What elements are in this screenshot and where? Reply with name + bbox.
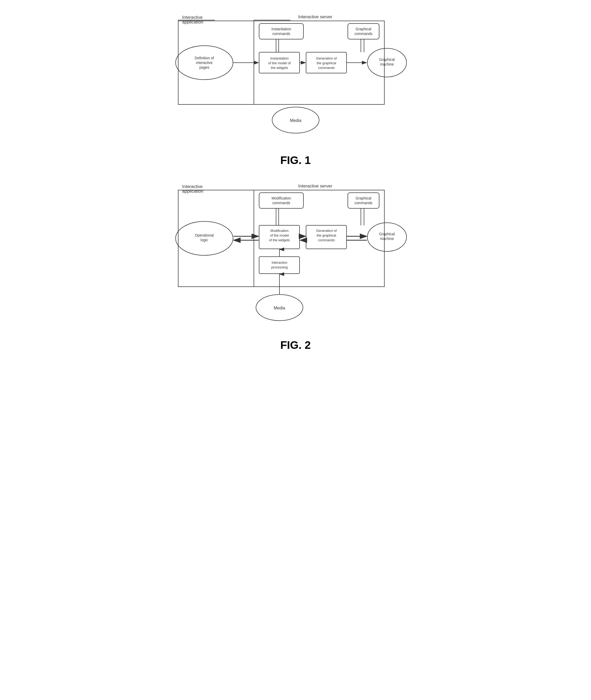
fig1-svg: Interactive application Interactive serv…: [171, 5, 421, 152]
modification-commands-text1: Modification: [271, 196, 291, 200]
fig1-label: FIG. 1: [171, 154, 421, 167]
instantiation-commands-text1: Instantiation: [271, 27, 291, 31]
operational-logic-text1: Operational: [195, 233, 213, 237]
generation-text3-fig1: commands: [318, 66, 335, 70]
interaction-processing-text2: processing: [271, 265, 287, 269]
graphical-commands-box-fig2: [348, 193, 379, 208]
graphical-machine-text1-fig2: Graphical: [379, 232, 395, 236]
definition-text2: interactive: [196, 61, 213, 65]
graphical-machine-text2-fig1: machine: [380, 62, 394, 66]
modification-model-text1: Modification: [270, 229, 288, 233]
operational-logic-text2: logic: [200, 238, 208, 242]
fig2-svg: Interactive application Interactive serv…: [171, 174, 421, 336]
graphical-commands-box-fig1: [348, 23, 379, 39]
fig2-container: Interactive application Interactive serv…: [171, 174, 421, 351]
graphical-commands-text1-fig2: Graphical: [356, 196, 371, 200]
instantiation-model-text3: the widgets: [271, 66, 288, 70]
fig2-label: FIG. 2: [171, 339, 421, 351]
generation-text1-fig1: Generation of: [316, 56, 337, 60]
modification-commands-box: [259, 193, 304, 208]
graphical-machine-text2-fig2: machine: [380, 237, 394, 241]
instantiation-commands-text2: commands: [272, 32, 290, 36]
generation-text2-fig1: the graphical: [317, 61, 336, 65]
generation-text1-fig2: Generation of: [316, 229, 337, 233]
graphical-commands-text2-fig1: commands: [354, 32, 372, 36]
interactive-server-label: Interactive server: [298, 14, 332, 19]
interactive-server-label-fig2: Interactive server: [298, 184, 332, 188]
media-text-fig1: Media: [290, 118, 302, 123]
interaction-processing-text1: Interaction: [271, 260, 287, 265]
graphical-machine-text1-fig1: Graphical: [379, 57, 395, 62]
interactive-app-label2-fig2: application: [182, 189, 203, 194]
modification-model-text3: of the widgets: [269, 238, 290, 242]
generation-text3-fig2: commands: [318, 238, 335, 242]
instantiation-model-text2: of the model of: [268, 61, 291, 65]
instantiation-commands-box: [259, 23, 304, 39]
media-text-fig2: Media: [274, 306, 285, 310]
generation-text2-fig2: the graphical: [317, 233, 336, 237]
interactive-app-box-fig2: [178, 190, 254, 287]
graphical-commands-text2-fig2: commands: [354, 201, 372, 205]
modification-model-text2: of the model: [270, 233, 289, 237]
definition-text3: pages: [199, 65, 209, 69]
interactive-app-label-fig2: Interactive: [182, 184, 202, 189]
interactive-app-label: Interactive: [182, 15, 202, 20]
graphical-commands-text1-fig1: Graphical: [356, 27, 371, 31]
instantiation-model-text1: Instantiation: [270, 56, 288, 60]
fig1-container: Interactive application Interactive serv…: [171, 5, 421, 167]
definition-text1: Definition of: [195, 56, 214, 60]
modification-commands-text2: commands: [272, 201, 290, 205]
